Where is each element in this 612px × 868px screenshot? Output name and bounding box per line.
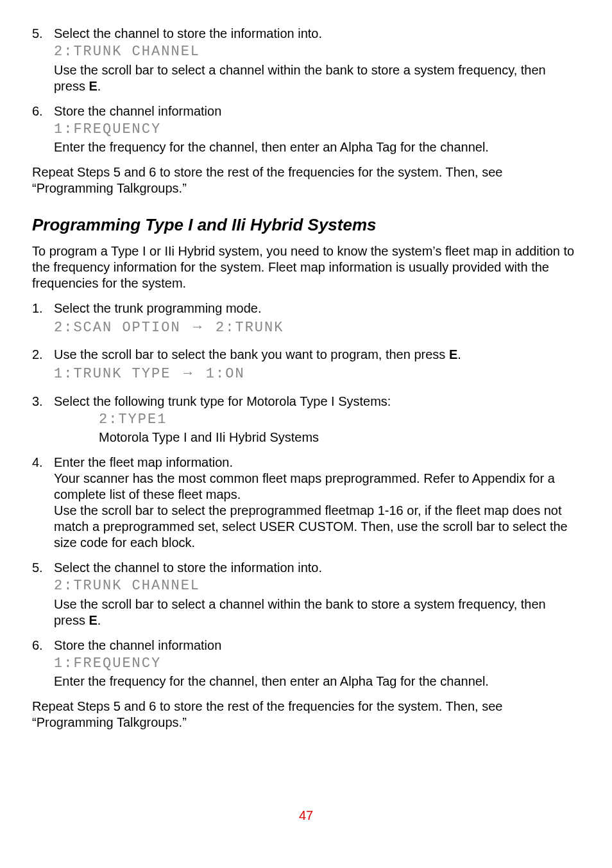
list-number: 4.	[32, 455, 54, 551]
list-item-2: 2. Use the scroll bar to select the bank…	[32, 347, 580, 385]
list-body: Store the channel information 1:FREQUENC…	[54, 103, 580, 156]
display-text: 2:TRUNK CHANNEL	[54, 43, 580, 61]
lead-text: Select the channel to store the informat…	[54, 560, 580, 576]
sub-text: Motorola Type I and IIi Hybrid Systems	[99, 430, 580, 446]
lead-text: Select the channel to store the informat…	[54, 26, 580, 42]
list-body: Use the scroll bar to select the bank yo…	[54, 347, 580, 385]
page-number: 47	[32, 808, 580, 824]
lead-text: Store the channel information	[54, 638, 580, 654]
display-text: 1:TRUNK TYPE → 1:ON	[54, 364, 580, 383]
list-number: 6.	[32, 103, 54, 156]
lead-text: Select the trunk programming mode.	[54, 300, 580, 317]
list-body: Enter the fleet map information. Your sc…	[54, 455, 580, 551]
list-number: 1.	[32, 300, 54, 338]
list-item-5-top: 5. Select the channel to store the infor…	[32, 26, 580, 94]
display-text: 2:SCAN OPTION → 2:TRUNK	[54, 318, 580, 337]
body-text: Use the scroll bar to select a channel w…	[54, 596, 580, 629]
indent-block: 2:TYPE1 Motorola Type I and IIi Hybrid S…	[99, 411, 580, 446]
lead-text: Use the scroll bar to select the bank yo…	[54, 347, 580, 363]
list-item-6: 6. Store the channel information 1:FREQU…	[32, 638, 580, 690]
list-item-5: 5. Select the channel to store the infor…	[32, 560, 580, 629]
list-item-4: 4. Enter the fleet map information. Your…	[32, 455, 580, 551]
body-text: Use the scroll bar to select a channel w…	[54, 62, 580, 94]
repeat-paragraph-top: Repeat Steps 5 and 6 to store the rest o…	[32, 164, 580, 196]
body-text: Enter the frequency for the channel, the…	[54, 139, 580, 155]
list-item-6-top: 6. Store the channel information 1:FREQU…	[32, 103, 580, 156]
list-item-1: 1. Select the trunk programming mode. 2:…	[32, 300, 580, 338]
list-number: 2.	[32, 347, 54, 385]
body-text: Enter the frequency for the channel, the…	[54, 673, 580, 690]
display-text: 2:TYPE1	[99, 411, 580, 429]
list-item-3: 3. Select the following trunk type for M…	[32, 394, 580, 446]
list-number: 3.	[32, 394, 54, 446]
body-text-2: Use the scroll bar to select the preprog…	[54, 503, 580, 551]
lead-text: Store the channel information	[54, 103, 580, 119]
list-number: 5.	[32, 26, 54, 94]
list-body: Store the channel information 1:FREQUENC…	[54, 638, 580, 690]
lead-text: Select the following trunk type for Moto…	[54, 394, 580, 410]
list-body: Select the following trunk type for Moto…	[54, 394, 580, 446]
intro-paragraph: To program a Type I or IIi Hybrid system…	[32, 243, 580, 291]
list-number: 5.	[32, 560, 54, 629]
section-heading: Programming Type I and IIi Hybrid System…	[32, 214, 580, 236]
list-number: 6.	[32, 638, 54, 690]
display-text: 2:TRUNK CHANNEL	[54, 577, 580, 595]
list-body: Select the channel to store the informat…	[54, 26, 580, 94]
body-text-1: Your scanner has the most common fleet m…	[54, 471, 580, 503]
list-body: Select the trunk programming mode. 2:SCA…	[54, 300, 580, 338]
repeat-paragraph-bottom: Repeat Steps 5 and 6 to store the rest o…	[32, 699, 580, 731]
display-text: 1:FREQUENCY	[54, 121, 580, 139]
lead-text: Enter the fleet map information.	[54, 455, 580, 471]
list-body: Select the channel to store the informat…	[54, 560, 580, 629]
display-text: 1:FREQUENCY	[54, 655, 580, 673]
